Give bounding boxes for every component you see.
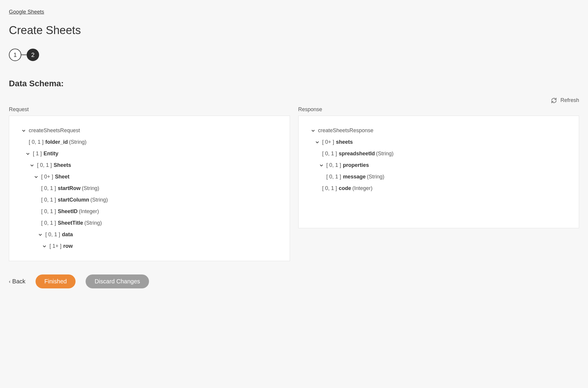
breadcrumb-link[interactable]: Google Sheets <box>9 9 44 15</box>
chevron-down-icon[interactable] <box>42 244 47 249</box>
field-name: startRow <box>58 184 81 192</box>
chevron-down-icon[interactable] <box>315 140 320 145</box>
card: [ 0, 1 ] <box>322 150 337 158</box>
page-title: Create Sheets <box>9 24 579 37</box>
field-name: startColumn <box>58 196 89 204</box>
card: [ 0, 1 ] <box>41 196 56 204</box>
field-type: (String) <box>69 138 86 146</box>
field-type: (String) <box>376 150 394 158</box>
response-root: createSheetsResponse <box>318 127 374 135</box>
response-panel: createSheetsResponse [ 0+ ] sheets [ 0, … <box>298 116 579 228</box>
chevron-down-icon[interactable] <box>310 128 316 133</box>
field-type: (String) <box>84 219 102 227</box>
field-name: spreadsheetId <box>339 150 375 158</box>
section-title: Data Schema: <box>9 79 579 88</box>
card: [ 0, 1 ] <box>326 161 341 169</box>
card: [ 1 ] <box>33 150 42 158</box>
chevron-down-icon[interactable] <box>29 163 35 168</box>
back-label: Back <box>12 278 25 285</box>
card: [ 0, 1 ] <box>41 207 56 215</box>
request-panel: createSheetsRequest [ 0, 1 ] folder_id (… <box>9 116 290 261</box>
field-name: data <box>62 231 73 239</box>
chevron-down-icon[interactable] <box>33 174 39 180</box>
stepper: 1 2 <box>9 49 579 61</box>
field-type: (String) <box>90 196 108 204</box>
field-type: (String) <box>82 184 99 192</box>
refresh-button[interactable]: Refresh <box>551 97 579 103</box>
field-type: (Integer) <box>79 207 99 215</box>
card: [ 0, 1 ] <box>326 173 341 181</box>
field-name: SheetTitle <box>58 219 83 227</box>
discard-button[interactable]: Discard Changes <box>86 274 149 288</box>
chevron-left-icon: ‹ <box>9 279 10 284</box>
card: [ 0, 1 ] <box>41 219 56 227</box>
card: [ 0, 1 ] <box>37 161 52 169</box>
field-type: (String) <box>367 173 384 181</box>
field-name: code <box>339 184 351 192</box>
chevron-down-icon[interactable] <box>25 151 31 157</box>
request-label: Request <box>9 106 290 113</box>
refresh-icon <box>551 98 557 103</box>
card: [ 0, 1 ] <box>322 184 337 192</box>
back-button[interactable]: ‹ Back <box>9 278 25 285</box>
field-name: message <box>343 173 366 181</box>
field-name: row <box>63 242 73 250</box>
card: [ 0, 1 ] <box>29 138 44 146</box>
chevron-down-icon[interactable] <box>21 128 26 133</box>
field-type: (Integer) <box>353 184 373 192</box>
step-connector <box>21 55 27 55</box>
step-2[interactable]: 2 <box>27 49 39 61</box>
field-name: SheetID <box>58 207 78 215</box>
card: [ 0+ ] <box>322 138 334 146</box>
card: [ 0, 1 ] <box>41 184 56 192</box>
card: [ 1+ ] <box>49 242 62 250</box>
field-name: folder_id <box>45 138 68 146</box>
chevron-down-icon[interactable] <box>38 232 43 237</box>
chevron-down-icon[interactable] <box>319 163 324 168</box>
finished-button[interactable]: Finished <box>36 274 76 288</box>
card: [ 0, 1 ] <box>45 231 60 239</box>
field-name: sheets <box>336 138 353 146</box>
refresh-label: Refresh <box>560 97 579 103</box>
step-1[interactable]: 1 <box>9 49 21 61</box>
field-name: Sheets <box>54 161 71 169</box>
response-label: Response <box>298 106 579 113</box>
field-name: Sheet <box>55 173 70 181</box>
field-name: Entity <box>44 150 58 158</box>
field-name: properties <box>343 161 369 169</box>
card: [ 0+ ] <box>41 173 53 181</box>
request-root: createSheetsRequest <box>29 127 80 135</box>
